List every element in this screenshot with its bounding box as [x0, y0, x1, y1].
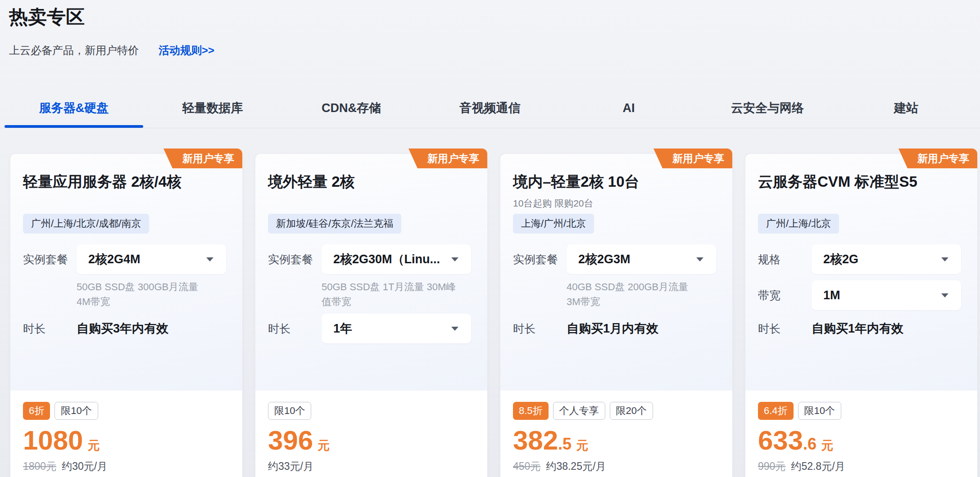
- price-decimal: .6: [803, 435, 817, 453]
- tab-2[interactable]: 轻量数据库: [143, 88, 282, 128]
- chevron-down-icon: [696, 257, 703, 261]
- price-integer: 382: [513, 425, 558, 455]
- spec-desc: 50GB SSD盘 300GB月流量 4M带宽: [77, 279, 212, 309]
- tab-label: 建站: [894, 100, 918, 116]
- per-month-price: 约52.8元/月: [791, 460, 845, 472]
- config-row: 时长自购买1月内有效: [500, 314, 732, 343]
- price-sub-row: 990元约52.8元/月: [758, 459, 965, 473]
- row-label: 实例套餐: [268, 244, 313, 274]
- limit-badge: 个人专享: [553, 402, 605, 420]
- tab-7[interactable]: 建站: [837, 88, 975, 128]
- product-card: 新用户专享 境内–轻量2核 10台 10台起购 限购20台 上海/广州/北京 实…: [500, 154, 732, 477]
- discount-badge: 6折: [23, 402, 50, 420]
- tab-label: 服务器&硬盘: [39, 100, 109, 116]
- product-card: 新用户专享 轻量应用服务器 2核/4核 广州/上海/北京/成都/南京 实例套餐2…: [10, 154, 242, 477]
- per-month-price: 约33元/月: [268, 460, 313, 472]
- duration-value: 自购买3年内有效: [77, 314, 168, 343]
- price-unit: 元: [576, 439, 588, 452]
- price-section: 限10个 396元 约33元/月: [255, 391, 487, 477]
- price-integer: 633: [758, 425, 803, 455]
- config-row: 实例套餐2核2G4M: [10, 244, 242, 274]
- price-section: 6折限10个 1080元 1800元约30元/月: [10, 391, 242, 477]
- spec-desc: 50GB SSD盘 1T月流量 30M峰值带宽: [322, 279, 457, 309]
- duration-value: 自购买1月内有效: [567, 314, 658, 343]
- price-unit: 元: [87, 439, 100, 452]
- original-price: 450元: [513, 460, 540, 472]
- price-integer: 1080: [23, 425, 83, 455]
- spec-select[interactable]: 1M: [812, 280, 961, 310]
- tab-5[interactable]: AI: [559, 88, 698, 128]
- row-label: 时长: [758, 314, 780, 343]
- limit-badge: 限10个: [54, 402, 98, 420]
- discount-badge: 6.4折: [758, 402, 794, 420]
- chevron-down-icon: [451, 257, 458, 261]
- product-cards: 新用户专享 轻量应用服务器 2核/4核 广州/上海/北京/成都/南京 实例套餐2…: [10, 154, 977, 477]
- spec-select[interactable]: 2核2G3M: [567, 244, 716, 274]
- badges-row: 8.5折个人专享限20个: [513, 402, 720, 420]
- spec-select[interactable]: 2核2G: [812, 244, 961, 274]
- product-card: 新用户专享 境外轻量 2核 新加坡/硅谷/东京/法兰克福 实例套餐2核2G30M…: [255, 154, 487, 477]
- row-label: 时长: [268, 314, 290, 343]
- original-price: 1800元: [23, 460, 56, 472]
- row-label: 时长: [23, 314, 45, 343]
- price-sub-row: 1800元约30元/月: [23, 459, 230, 473]
- tab-6[interactable]: 云安全与网络: [698, 88, 837, 128]
- badges-row: 6.4折限10个: [758, 402, 965, 420]
- price-row: 633.6元: [758, 425, 965, 456]
- select-value: 2核2G: [823, 244, 858, 274]
- tab-4[interactable]: 音视频通信: [421, 88, 559, 128]
- product-card: 新用户专享 云服务器CVM 标准型S5 广州/上海/北京 规格2核2G带宽1M时…: [745, 154, 977, 477]
- chevron-down-icon: [451, 327, 458, 331]
- price-integer: 396: [268, 425, 313, 455]
- original-price: 990元: [758, 460, 785, 472]
- tab-label: 音视频通信: [460, 100, 521, 116]
- spec-select[interactable]: 2核2G30M（Linu...: [322, 244, 471, 274]
- price-sub-row: 450元约38.25元/月: [513, 459, 720, 473]
- tab-label: 轻量数据库: [182, 100, 243, 116]
- row-label: 时长: [513, 314, 535, 343]
- price-sub-row: 约33元/月: [268, 459, 475, 473]
- select-value: 2核2G3M: [578, 244, 631, 274]
- tab-3[interactable]: CDN&存储: [282, 88, 421, 128]
- config-row: 实例套餐2核2G3M: [500, 244, 732, 274]
- page-subtitle: 上云必备产品，新用户特价: [9, 43, 139, 58]
- row-label: 规格: [758, 244, 780, 274]
- tab-label: CDN&存储: [322, 100, 381, 116]
- chevron-down-icon: [941, 257, 948, 261]
- price-decimal: .5: [558, 435, 572, 453]
- config-row: 时长自购买1年内有效: [745, 314, 977, 343]
- price-row: 382.5元: [513, 425, 720, 456]
- chevron-down-icon: [206, 257, 213, 261]
- chevron-down-icon: [941, 293, 948, 297]
- config-row: 实例套餐2核2G30M（Linu...: [255, 244, 487, 274]
- limit-badge: 限10个: [268, 402, 311, 420]
- price-unit: 元: [318, 439, 330, 452]
- tab-label: AI: [623, 101, 635, 115]
- category-tabs: 服务器&硬盘轻量数据库CDN&存储音视频通信AI云安全与网络建站: [0, 88, 980, 128]
- config-row: 规格2核2G: [745, 244, 977, 274]
- select-value: 2核2G4M: [88, 244, 141, 274]
- page-title: 热卖专区: [9, 4, 85, 30]
- tab-1[interactable]: 服务器&硬盘: [5, 88, 143, 128]
- config-row: 时长自购买3年内有效: [10, 314, 242, 343]
- row-label: 带宽: [758, 280, 780, 310]
- select-value: 1年: [333, 314, 352, 343]
- price-row: 1080元: [23, 425, 230, 456]
- badges-row: 6折限10个: [23, 402, 230, 420]
- tab-label: 云安全与网络: [731, 100, 804, 116]
- spec-desc: 40GB SSD盘 200GB月流量 3M带宽: [567, 279, 702, 309]
- activity-rules-link[interactable]: 活动规则>>: [159, 43, 214, 58]
- page-subtitle-row: 上云必备产品，新用户特价 活动规则>>: [9, 43, 214, 58]
- badges-row: 限10个: [268, 402, 475, 420]
- row-label: 实例套餐: [513, 244, 558, 274]
- spec-select[interactable]: 2核2G4M: [77, 244, 226, 274]
- limit-badge: 限10个: [798, 402, 841, 420]
- discount-badge: 8.5折: [513, 402, 549, 420]
- price-section: 8.5折个人专享限20个 382.5元 450元约38.25元/月: [500, 391, 732, 477]
- select-value: 1M: [823, 280, 840, 310]
- tabs-divider: [0, 128, 980, 128]
- select-value: 2核2G30M（Linu...: [333, 244, 440, 274]
- per-month-price: 约38.25元/月: [546, 460, 606, 472]
- config-row: 时长1年: [255, 314, 487, 343]
- duration-select[interactable]: 1年: [322, 314, 471, 343]
